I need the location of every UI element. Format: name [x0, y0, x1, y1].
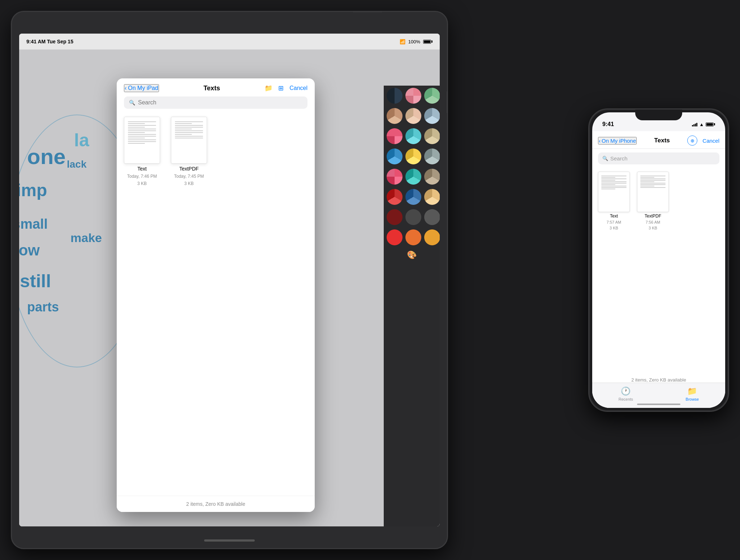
iphone-file-thumbnail-text — [598, 172, 630, 212]
color-swatch[interactable] — [387, 88, 403, 104]
ipad-dialog-actions: 📁 ⊞ Cancel — [264, 84, 307, 92]
iphone-time: 9:41 — [602, 121, 614, 128]
browse-icon: 📁 — [687, 387, 697, 396]
color-swatch[interactable] — [387, 108, 403, 124]
iphone-back-label: On My iPhone — [602, 138, 636, 144]
iphone-notch — [635, 109, 682, 120]
color-swatch[interactable] — [405, 229, 421, 245]
iphone-add-button[interactable]: ⊕ — [687, 135, 697, 146]
color-swatch[interactable] — [405, 108, 421, 124]
word-low: low — [19, 242, 40, 259]
word-one: one — [27, 144, 66, 169]
ipad-screen: 9:41 AM Tue Sep 15 📶 100% ‹ › ✏️ ⊡ ••• — [19, 34, 440, 526]
iphone-back-button[interactable]: ‹ On My iPhone — [598, 137, 637, 145]
ipad-search-input[interactable] — [138, 99, 302, 106]
color-swatch[interactable] — [387, 229, 403, 245]
chevron-left-icon: ‹ — [125, 85, 126, 91]
color-swatch[interactable] — [387, 209, 403, 225]
iphone-dialog-actions: ⊕ Cancel — [687, 135, 719, 146]
ipad-dialog-title: Texts — [203, 85, 220, 92]
iphone-file-preview-pdf — [640, 176, 666, 189]
ipad-grid-icon[interactable]: ⊞ — [278, 84, 284, 92]
color-swatch[interactable] — [424, 169, 440, 185]
color-row-6 — [384, 187, 440, 207]
ipad-dialog-footer: 2 items, Zero KB available — [117, 496, 315, 512]
color-row-8 — [384, 227, 440, 247]
color-swatch[interactable] — [405, 189, 421, 205]
iphone-status-icons: ▲ — [692, 122, 715, 127]
ipad-back-label: On My iPad — [128, 85, 158, 91]
color-swatch[interactable] — [424, 229, 440, 245]
file-date-text: Today, 7:46 PM — [127, 174, 157, 179]
ipad-file-dialog: ‹ On My iPad Texts 📁 ⊞ Cancel 🔍 — [117, 78, 315, 512]
ipad-status-icons: 📶 100% — [400, 39, 433, 44]
color-swatch[interactable] — [424, 148, 440, 164]
iphone-chevron-icon: ‹ — [599, 138, 601, 144]
file-date-textpdf: Today, 7:45 PM — [174, 174, 204, 179]
iphone-file-dialog: ‹ On My iPhone Texts ⊕ Cancel 🔍 Search — [592, 131, 725, 408]
iphone-file-date-text: 7:57 AM — [607, 220, 621, 224]
iphone-search-placeholder: Search — [610, 155, 628, 161]
file-size-text: 3 KB — [137, 181, 147, 186]
ipad-status-bar: 9:41 AM Tue Sep 15 📶 100% — [19, 34, 440, 49]
ipad-side-button — [447, 91, 448, 113]
word-small: small — [19, 216, 48, 232]
color-row-3 — [384, 126, 440, 146]
wifi-icon: 📶 — [400, 39, 405, 44]
iphone-file-date-textpdf: 7:56 AM — [646, 220, 660, 224]
ipad-top-button — [353, 11, 382, 12]
color-swatch[interactable] — [387, 128, 403, 144]
color-row-4 — [384, 146, 440, 167]
color-swatch[interactable] — [405, 148, 421, 164]
file-item-text[interactable]: Text Today, 7:46 PM 3 KB — [124, 117, 160, 186]
iphone-file-list: Text 7:57 AM 3 KB — [592, 168, 725, 234]
signal-icon — [692, 122, 697, 126]
iphone-file-size-textpdf: 3 KB — [649, 226, 657, 230]
file-item-textpdf[interactable]: TextPDF Today, 7:45 PM 3 KB — [171, 117, 207, 186]
search-icon: 🔍 — [129, 100, 135, 105]
color-swatch[interactable] — [405, 169, 421, 185]
iphone-file-item-textpdf[interactable]: TextPDF 7:56 AM 3 KB — [637, 172, 669, 230]
ipad-back-button[interactable]: ‹ On My iPad — [124, 84, 159, 92]
iphone-cancel-button[interactable]: Cancel — [702, 138, 719, 144]
word-still: still — [20, 271, 51, 292]
word-make: make — [70, 231, 102, 245]
ipad-search-bar: 🔍 — [124, 96, 307, 109]
color-swatch[interactable] — [424, 108, 440, 124]
ipad-frame: 9:41 AM Tue Sep 15 📶 100% ‹ › ✏️ ⊡ ••• — [11, 11, 448, 549]
word-imp: imp — [19, 180, 47, 200]
file-preview-lines — [128, 121, 156, 145]
color-swatch[interactable] — [424, 88, 440, 104]
iphone-frame: 9:41 ▲ ‹ On My iP — [588, 108, 729, 412]
iphone-file-item-text[interactable]: Text 7:57 AM 3 KB — [598, 172, 630, 230]
iphone-tab-browse[interactable]: 📁 Browse — [686, 387, 699, 401]
color-swatch[interactable] — [424, 128, 440, 144]
battery-text: 100% — [408, 39, 420, 44]
color-swatch[interactable] — [387, 148, 403, 164]
file-name-textpdf: TextPDF — [179, 166, 199, 172]
file-size-textpdf: 3 KB — [184, 181, 194, 186]
iphone-file-name-text: Text — [610, 214, 618, 219]
word-lack: lack — [67, 159, 87, 170]
iphone-search-bar[interactable]: 🔍 Search — [598, 152, 719, 164]
color-swatch[interactable] — [405, 128, 421, 144]
color-row-2 — [384, 106, 440, 126]
ipad-new-folder-icon[interactable]: 📁 — [264, 84, 272, 92]
battery-icon — [706, 122, 715, 126]
iphone-tab-recents[interactable]: 🕐 Recents — [619, 387, 633, 401]
color-swatch[interactable] — [387, 169, 403, 185]
color-swatch[interactable] — [405, 209, 421, 225]
ipad-cancel-button[interactable]: Cancel — [289, 85, 307, 91]
iphone-item-count: 2 items, Zero KB available — [631, 377, 686, 383]
ipad-app-background: one imp small low still parts lack make … — [19, 49, 440, 526]
color-swatch[interactable] — [424, 189, 440, 205]
ipad-home-bar — [204, 539, 255, 542]
palette-icon[interactable]: 🎨 — [407, 250, 417, 260]
color-swatch[interactable] — [405, 88, 421, 104]
iphone-search-icon: 🔍 — [602, 156, 608, 161]
color-swatch[interactable] — [387, 189, 403, 205]
color-swatch[interactable] — [424, 209, 440, 225]
recents-icon: 🕐 — [621, 387, 631, 396]
word-parts: parts — [27, 300, 59, 315]
iphone-dialog-title: Texts — [654, 137, 670, 144]
